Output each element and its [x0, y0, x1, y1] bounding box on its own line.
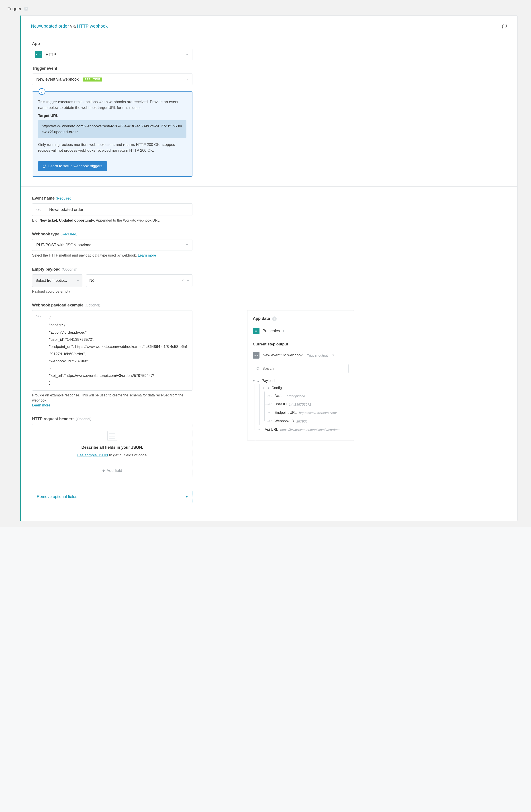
optional-hint: (Optional) — [76, 417, 91, 421]
crumb-trigger-name[interactable]: New/updated order — [31, 24, 69, 29]
webhook-type-select[interactable]: PUT/POST with JSON payload — [32, 239, 192, 251]
tree-leaf-action[interactable]: ABC Action order.placed — [268, 392, 348, 400]
target-url-label: Target URL — [38, 114, 186, 118]
empty-payload-help: Payload could be empty — [32, 289, 192, 294]
schema-placeholder-icon — [107, 431, 117, 441]
chevron-down-icon — [186, 54, 188, 55]
webhook-type-label: Webhook type (Required) — [32, 232, 506, 236]
event-name-input[interactable]: ABC — [32, 203, 192, 216]
learn-more-link[interactable]: Learn more — [138, 253, 156, 257]
payload-example-label: Webhook payload example (Optional) — [32, 303, 506, 307]
object-icon — [256, 379, 259, 382]
tree-leaf-endpoint-url[interactable]: ABC Endpoint URL https://www.workato.com… — [268, 408, 348, 417]
chevron-right-icon — [283, 330, 284, 332]
search-input[interactable] — [253, 364, 348, 373]
properties-icon — [253, 328, 259, 334]
help-icon[interactable]: ? — [272, 317, 277, 321]
required-hint: (Required) — [56, 197, 73, 200]
http-badge-icon: HTTP — [253, 352, 259, 359]
tree-leaf-api-url[interactable]: ABC Api URL https://www.eventbriteapi.co… — [258, 425, 348, 434]
headers-empty-sub: Use sample JSON to get all fields at onc… — [77, 453, 148, 458]
external-link-icon — [43, 164, 46, 168]
info-text-1: This trigger executes recipe actions whe… — [38, 99, 186, 111]
info-text-2: Only running recipes monitors webhooks s… — [38, 142, 186, 153]
help-icon[interactable]: ? — [24, 7, 28, 11]
app-label: App — [32, 41, 506, 46]
event-name-label: Event name (Required) — [32, 196, 506, 201]
string-type-icon: ABC — [268, 403, 272, 405]
chevron-down-icon — [77, 280, 79, 281]
string-type-icon: ABC — [268, 411, 272, 414]
payload-example-text[interactable]: { "config": { "action":"order.placed", "… — [45, 310, 192, 390]
optional-hint: (Optional) — [62, 267, 77, 271]
optional-hint: (Optional) — [85, 303, 100, 307]
event-name-field[interactable] — [45, 204, 192, 216]
payload-example-input[interactable]: ABC { "config": { "action":"order.placed… — [32, 310, 192, 391]
webhook-type-help: Select the HTTP method and payload data … — [32, 253, 192, 258]
http-badge-icon: HTTP — [35, 51, 42, 58]
event-name-help: E.g. New ticket, Updated opportunity. Ap… — [32, 218, 192, 223]
string-type-icon: ABC — [268, 420, 272, 422]
svg-line-5 — [259, 369, 259, 370]
empty-payload-label: Empty payload (Optional) — [32, 267, 506, 272]
app-select[interactable]: HTTP HTTP — [32, 49, 192, 60]
payload-example-help: Provide an example response. This will b… — [32, 393, 192, 408]
crumb-connector-name[interactable]: HTTP webhook — [77, 24, 107, 29]
type-abc-icon: ABC — [32, 204, 45, 216]
add-field-button[interactable]: + Add field — [102, 464, 122, 477]
breadcrumb: New/updated order via HTTP webhook — [31, 24, 107, 29]
comment-icon[interactable] — [502, 23, 507, 29]
trigger-event-select[interactable]: New event via webhook REAL TIME — [32, 73, 192, 85]
current-step-heading: Current step output — [253, 342, 348, 347]
chevron-down-icon — [186, 78, 188, 80]
use-sample-json-link[interactable]: Use sample JSON — [77, 453, 108, 457]
plus-icon: + — [102, 468, 105, 473]
empty-payload-value-select[interactable]: No × — [86, 274, 192, 287]
svg-point-4 — [257, 367, 259, 369]
required-hint: (Required) — [61, 232, 77, 236]
svg-line-0 — [44, 165, 46, 166]
chevron-down-icon — [186, 496, 188, 497]
info-icon: i — [39, 88, 45, 95]
string-type-icon: ABC — [268, 395, 272, 397]
object-icon — [266, 387, 269, 390]
search-icon — [256, 367, 260, 371]
tree-leaf-user-id[interactable]: ABC User ID 144138753572 — [268, 400, 348, 408]
webhook-type-value: PUT/POST with JSON payload — [36, 243, 186, 247]
trigger-card: New/updated order via HTTP webhook App H… — [20, 15, 518, 521]
empty-payload-mode-select[interactable]: Select from optio... — [32, 274, 82, 287]
chevron-down-icon — [186, 244, 188, 246]
tree-leaf-webhook-id[interactable]: ABC Webhook ID 287968 — [268, 417, 348, 425]
section-title: Trigger ? — [7, 6, 518, 15]
info-panel: i This trigger executes recipe actions w… — [32, 91, 192, 177]
tree-node-config[interactable]: Config — [263, 385, 348, 392]
type-abc-icon: ABC — [32, 310, 45, 390]
output-tree: Payload Config ABC — [253, 377, 348, 434]
chevron-down-icon — [332, 354, 334, 356]
headers-box: Describe all fields in your JSON. Use sa… — [32, 424, 192, 477]
app-data-heading: App data ? — [253, 316, 348, 321]
app-data-panel: App data ? Properties Current step outpu… — [247, 310, 354, 441]
trigger-event-value: New event via webhook REAL TIME — [36, 77, 186, 82]
trigger-output-hint: Trigger output — [307, 353, 328, 357]
learn-more-link[interactable]: Learn more — [32, 403, 51, 407]
trigger-event-label: Trigger event — [32, 66, 506, 71]
string-type-icon: ABC — [258, 429, 263, 431]
clear-icon[interactable]: × — [181, 278, 184, 283]
learn-webhook-button[interactable]: Learn to setup webhook triggers — [38, 161, 107, 171]
search-field[interactable] — [262, 366, 345, 371]
realtime-badge: REAL TIME — [83, 77, 102, 82]
properties-row[interactable]: Properties — [253, 325, 348, 336]
chevron-down-icon — [187, 280, 189, 281]
tree-node-payload[interactable]: Payload — [253, 377, 348, 385]
app-value: HTTP — [46, 52, 186, 57]
headers-empty-title: Describe all fields in your JSON. — [81, 445, 143, 450]
remove-optional-fields-toggle[interactable]: Remove optional fields — [32, 491, 192, 503]
current-step-row[interactable]: HTTP New event via webhook Trigger outpu… — [253, 350, 348, 361]
target-url-value[interactable]: https://www.workato.com/webhooks/rest/4c… — [38, 120, 186, 138]
